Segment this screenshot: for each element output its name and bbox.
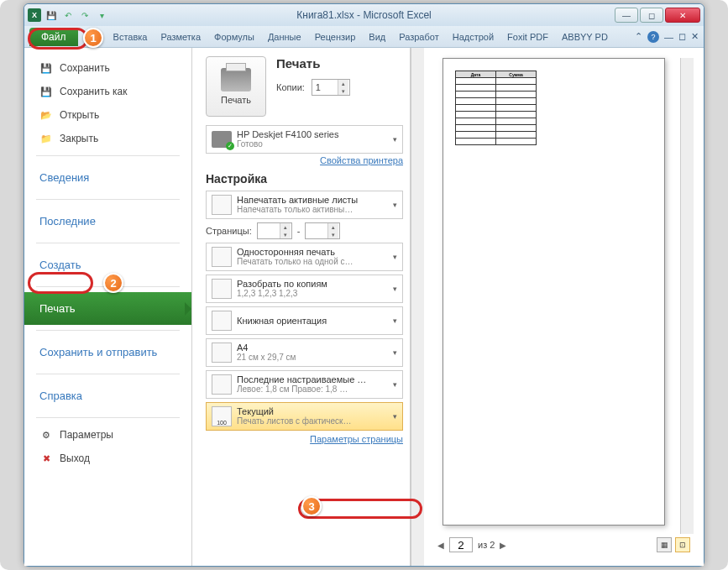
nav-print[interactable]: Печать xyxy=(24,292,191,325)
printer-icon xyxy=(221,68,251,92)
backstage-nav: 💾Сохранить 💾Сохранить как 📂Открыть 📁Закр… xyxy=(24,48,192,566)
nav-info[interactable]: Сведения xyxy=(24,161,191,194)
chevron-down-icon: ▾ xyxy=(393,201,397,209)
page-total-label: из 2 xyxy=(478,540,495,550)
tab-review[interactable]: Рецензир xyxy=(308,29,363,45)
nav-open[interactable]: 📂Открыть xyxy=(24,103,191,127)
options-icon: ⚙ xyxy=(39,428,53,442)
preview-footer: ◀ из 2 ▶ ▦ ⊡ xyxy=(434,534,694,556)
collate-icon xyxy=(212,279,232,299)
option-print-active[interactable]: Напечатать активные листыНапечатать толь… xyxy=(206,191,403,219)
nav-close[interactable]: 📁Закрыть xyxy=(24,127,191,150)
copies-label: Копии: xyxy=(276,82,305,92)
annotation-badge: 1 xyxy=(83,28,103,48)
qat-redo-icon[interactable]: ↷ xyxy=(78,8,92,22)
tab-file[interactable]: Файл xyxy=(29,28,78,46)
nav-options[interactable]: ⚙Параметры xyxy=(24,423,191,447)
printer-selector[interactable]: HP Deskjet F4100 series Готово ▾ xyxy=(206,125,403,154)
preview-table: ДатаСумма xyxy=(455,71,537,145)
paper-icon xyxy=(212,343,232,363)
window-title: Книга81.xlsx - Microsoft Excel xyxy=(296,9,431,21)
tab-formulas[interactable]: Формулы xyxy=(207,29,261,45)
tab-developer[interactable]: Разработ xyxy=(392,29,445,45)
title-bar: X 💾 ↶ ↷ ▾ Книга81.xlsx - Microsoft Excel… xyxy=(24,4,704,26)
chevron-down-icon: ▾ xyxy=(393,380,397,389)
nav-save[interactable]: 💾Сохранить xyxy=(24,56,191,80)
tab-addins[interactable]: Надстрой xyxy=(446,29,500,45)
annotation-badge: 2 xyxy=(103,273,123,293)
save-icon: 💾 xyxy=(39,61,53,75)
tab-data[interactable]: Данные xyxy=(261,29,308,45)
option-margins[interactable]: Последние настраиваемые …Левое: 1,8 см П… xyxy=(206,370,403,399)
qat-more-icon[interactable]: ▾ xyxy=(95,8,108,22)
settings-scrollbar[interactable] xyxy=(411,48,424,566)
one-sided-icon xyxy=(212,247,232,267)
chevron-down-icon: ▾ xyxy=(393,316,397,325)
next-page-button[interactable]: ▶ xyxy=(500,541,506,550)
pages-from-spinner[interactable] xyxy=(257,222,292,239)
option-orientation[interactable]: Книжная ориентация ▾ xyxy=(206,306,403,335)
nav-save-as[interactable]: 💾Сохранить как xyxy=(24,80,191,103)
nav-exit[interactable]: ✖Выход xyxy=(24,447,191,470)
tab-foxit[interactable]: Foxit PDF xyxy=(500,29,555,45)
print-button[interactable]: Печать xyxy=(206,56,266,117)
maximize-button[interactable]: ◻ xyxy=(640,8,663,23)
chevron-down-icon: ▾ xyxy=(393,135,397,144)
open-icon: 📂 xyxy=(39,108,53,122)
save-as-icon: 💾 xyxy=(39,85,53,98)
excel-icon: X xyxy=(28,8,41,22)
sheets-icon xyxy=(212,195,232,215)
printer-name: HP Deskjet F4100 series xyxy=(237,129,388,139)
tab-insert[interactable]: Вставка xyxy=(107,29,155,45)
close-folder-icon: 📁 xyxy=(39,132,53,145)
print-heading: Печать xyxy=(276,56,350,71)
ribbon-tabs: Файл ая Вставка Разметка Формулы Данные … xyxy=(24,26,704,48)
printer-status: Готово xyxy=(237,139,388,149)
page-number-input[interactable] xyxy=(449,537,473,552)
close-button[interactable]: ✕ xyxy=(665,8,700,23)
zoom-to-page-button[interactable]: ⊡ xyxy=(675,537,690,552)
printer-properties-link[interactable]: Свойства принтера xyxy=(206,155,403,165)
doc-minimize-icon[interactable]: — xyxy=(664,32,673,42)
ribbon-collapse-icon[interactable]: ⌃ xyxy=(635,31,642,42)
qat-save-icon[interactable]: 💾 xyxy=(45,8,58,22)
pages-to-spinner[interactable] xyxy=(305,222,340,239)
printer-device-icon xyxy=(212,131,232,148)
scaling-icon: 100 xyxy=(212,406,232,426)
option-one-sided[interactable]: Односторонняя печатьПечатать только на о… xyxy=(206,243,403,271)
copies-spinner[interactable]: 1 xyxy=(312,79,350,96)
orientation-icon xyxy=(212,311,232,331)
doc-close-icon[interactable]: ✕ xyxy=(691,31,699,42)
nav-help[interactable]: Справка xyxy=(24,379,191,412)
page-setup-link[interactable]: Параметры страницы xyxy=(206,434,403,444)
help-icon[interactable]: ? xyxy=(647,31,659,43)
chevron-down-icon: ▾ xyxy=(393,253,397,261)
tab-layout[interactable]: Разметка xyxy=(154,29,207,45)
option-scaling[interactable]: 100 ТекущийПечать листов с фактическ… ▾ xyxy=(206,402,403,431)
pages-label: Страницы: xyxy=(206,226,252,236)
exit-icon: ✖ xyxy=(39,452,53,465)
show-margins-button[interactable]: ▦ xyxy=(657,537,672,552)
print-preview-panel: ДатаСумма ◀ из 2 ▶ ▦ ⊡ xyxy=(424,48,704,566)
margins-icon xyxy=(212,374,232,395)
option-collate[interactable]: Разобрать по копиям1,2,3 1,2,3 1,2,3 ▾ xyxy=(206,275,403,303)
settings-heading: Настройка xyxy=(206,172,403,186)
doc-restore-icon[interactable]: ◻ xyxy=(678,31,686,42)
preview-scrollbar[interactable] xyxy=(680,58,694,534)
chevron-down-icon: ▾ xyxy=(393,348,397,357)
minimize-button[interactable]: — xyxy=(615,8,638,23)
qat-undo-icon[interactable]: ↶ xyxy=(61,8,75,22)
nav-send[interactable]: Сохранить и отправить xyxy=(24,336,191,369)
tab-abbyy[interactable]: ABBYY PD xyxy=(555,29,615,45)
option-paper[interactable]: A421 см x 29,7 см ▾ xyxy=(206,338,403,367)
nav-recent[interactable]: Последние xyxy=(24,205,191,238)
print-settings-panel: Печать Печать Копии: 1 HP Deskjet F4100 … xyxy=(192,48,411,566)
preview-page: ДатаСумма xyxy=(443,58,665,526)
annotation-badge: 3 xyxy=(301,496,322,516)
chevron-down-icon: ▾ xyxy=(393,285,397,293)
chevron-down-icon: ▾ xyxy=(393,412,397,421)
tab-view[interactable]: Вид xyxy=(362,29,392,45)
prev-page-button[interactable]: ◀ xyxy=(437,541,444,550)
